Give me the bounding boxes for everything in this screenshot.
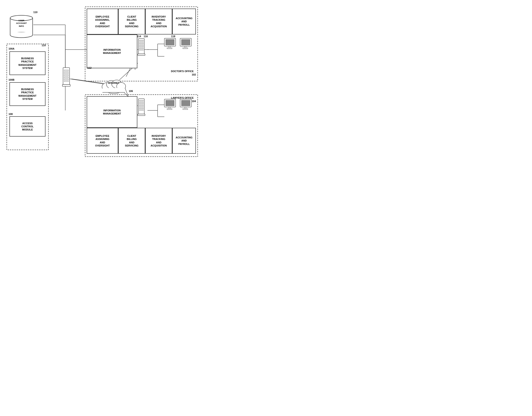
info-mgmt-top: INFORMATIONMANAGEMENT <box>87 34 137 68</box>
num-114: 114 <box>137 35 141 38</box>
main-server-icon <box>61 67 71 89</box>
svg-rect-55 <box>181 40 190 45</box>
lawyers-monitor-1 <box>164 99 177 111</box>
num-106: 106 <box>129 90 133 92</box>
svg-rect-79 <box>181 100 190 106</box>
inventory-top: INVENTORYTRACKINGANDACQUISITION <box>145 9 172 34</box>
svg-rect-24 <box>62 85 70 86</box>
num-110-box: 110 <box>42 44 46 47</box>
num-102: 102 <box>192 73 196 76</box>
diagram: USERACCOUNTINFO 110 110 100A BUSINESSPRA… <box>0 0 203 162</box>
lawyers-monitor-2 <box>180 99 193 111</box>
doctors-monitor-1 <box>164 38 177 50</box>
num-112: 112 <box>87 67 91 69</box>
num-100a: 100A <box>9 47 14 50</box>
svg-rect-73 <box>138 114 145 116</box>
svg-rect-49 <box>138 54 145 55</box>
num-116: 116 <box>144 35 148 38</box>
svg-rect-57 <box>183 48 188 49</box>
bpms-100a: BUSINESSPRACTICEMANAGEMENTSYSTEM <box>10 51 46 75</box>
user-account-label: USERACCOUNTINFO <box>9 19 34 28</box>
svg-rect-77 <box>167 109 172 109</box>
access-control-module: ACCESSCONTROLMODULE <box>10 116 46 137</box>
svg-line-28 <box>71 79 104 83</box>
employee-assigning-top: EMPLOYEEASSIGNING,ANDOVERSIGHT <box>87 9 118 34</box>
svg-rect-15 <box>10 32 32 35</box>
internet-cloud: INTERNET <box>99 76 128 96</box>
svg-rect-51 <box>166 40 174 45</box>
doctors-office-label: DOCTOR'S OFFICE <box>171 70 194 73</box>
num-108: 108 <box>9 113 13 115</box>
client-billing-bottom: CLIENTBILLINGANDSERVICING <box>118 128 145 154</box>
employee-assigning-bottom: EMPLOYEEASSIGNINGANDOVERSIGHT <box>87 128 118 154</box>
accounting-bottom: ACCOUNTINGANDPAYROLL <box>172 128 196 154</box>
user-account-info: USERACCOUNTINFO <box>9 13 34 40</box>
info-mgmt-bottom: INFORMATIONMANAGEMENT <box>87 96 137 128</box>
svg-rect-75 <box>166 100 174 106</box>
bpms-100b: BUSINESSPRACTICEMANAGEMENTSYSTEM <box>10 82 46 106</box>
internet-label: INTERNET <box>99 82 128 84</box>
svg-rect-81 <box>183 109 188 109</box>
client-billing-top: CLIENTBILLINGANDSERVICING <box>118 9 145 34</box>
doctors-server <box>137 38 146 58</box>
svg-rect-63 <box>103 88 125 93</box>
num-100b: 100B <box>9 79 14 81</box>
lawyers-server <box>137 98 146 118</box>
doctors-monitor-2 <box>180 38 193 50</box>
accounting-top: ACCOUNTINGANDPAYROLL <box>172 9 196 34</box>
num-110-top: 110 <box>33 11 37 13</box>
inventory-bottom: INVENTORYTRACKINGANDACQUISITION <box>145 128 172 154</box>
svg-rect-53 <box>167 48 172 49</box>
num-118: 118 <box>171 35 175 38</box>
